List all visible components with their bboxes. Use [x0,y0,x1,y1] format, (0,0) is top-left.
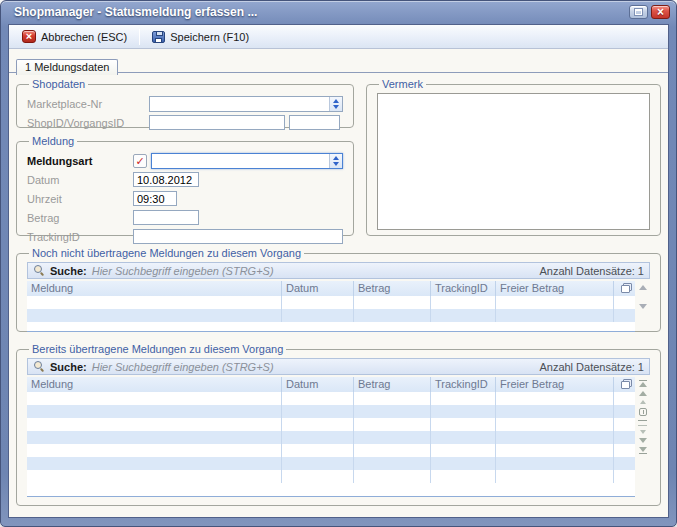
table-row[interactable] [27,444,635,457]
toolbar: × Abbrechen (ESC) Speichern (F10) [9,25,668,49]
grid-empty-area [27,483,635,496]
scroll-down-icon[interactable] [640,430,646,434]
group-meldung-title: Meldung [29,135,77,147]
table-row[interactable] [27,457,635,470]
meldungsdaten-panel: Shopdaten Marketplace-Nr [9,72,668,517]
group-transferred-meldungen: Bereits übertragene Meldungen zu diesem … [16,343,661,506]
close-icon: × [657,6,664,18]
close-button[interactable]: × [651,5,670,19]
marketplace-combobox[interactable] [149,96,343,112]
window: Shopmanager - Statusmeldung erfassen ...… [0,0,677,527]
dialog-body: × Abbrechen (ESC) Speichern (F10) 1 Meld… [8,24,669,518]
table-row[interactable] [27,405,635,418]
group-vermerk-title: Vermerk [379,78,426,90]
table-row[interactable] [27,431,635,444]
titlebar[interactable]: Shopmanager - Statusmeldung erfassen ...… [1,1,676,23]
copy-layout-icon [621,283,632,293]
column-header-betrag[interactable]: Betrag [353,377,430,392]
shopid-label: ShopID/VorgangsID [27,117,149,129]
window-title: Shopmanager - Statusmeldung erfassen ... [14,5,257,19]
pending-search-bar[interactable]: Suche: Hier Suchbegriff eingeben (STRG+S… [27,262,650,279]
transferred-grid: Meldung Datum Betrag TrackingID Freier B… [27,377,635,497]
scroll-pageup-icon[interactable] [639,391,647,396]
shopid-input[interactable] [149,115,285,130]
column-header-freier-betrag[interactable]: Freier Betrag [495,281,613,296]
search-label: Suche: [50,361,87,373]
uhrzeit-label: Uhrzeit [27,193,133,205]
cancel-button-label: Abbrechen (ESC) [41,31,127,43]
pending-grid-header[interactable]: Meldung Datum Betrag TrackingID Freier B… [27,281,635,296]
required-check-icon: ✓ [133,154,147,168]
tab-meldungsdaten[interactable]: 1 Meldungsdaten [16,59,118,75]
table-row[interactable] [27,296,635,309]
column-header-trackingid[interactable]: TrackingID [430,377,495,392]
transferred-search-bar[interactable]: Suche: Hier Suchbegriff eingeben (STRG+S… [27,358,650,375]
group-shopdaten: Shopdaten Marketplace-Nr [16,78,354,128]
search-icon [33,265,44,276]
search-label: Suche: [50,265,87,277]
meldungsart-label: Meldungsart [27,155,133,167]
marketplace-input[interactable] [150,97,329,111]
betrag-label: Betrag [27,212,133,224]
record-count: Anzahl Datensätze: 1 [539,361,644,373]
betrag-input[interactable] [133,210,199,225]
column-chooser-cell[interactable] [613,377,635,392]
record-position-icon [638,420,647,426]
search-icon [33,361,44,372]
toolbar-separator [139,29,140,45]
restore-icon [635,9,642,15]
transferred-grid-navigator [635,377,650,497]
group-meldung: Meldung Meldungsart ✓ [16,135,354,236]
search-placeholder: Hier Suchbegriff eingeben (STRG+S) [92,361,274,373]
scroll-up-icon[interactable] [639,285,647,290]
column-header-meldung[interactable]: Meldung [27,281,281,296]
restore-button[interactable] [629,5,648,19]
group-transferred-title: Bereits übertragene Meldungen zu diesem … [29,343,286,355]
marketplace-dropdown-icon[interactable] [329,97,342,111]
vermerk-textarea[interactable] [377,93,650,230]
tabstrip: 1 Meldungsdaten [9,50,668,72]
table-row[interactable] [27,418,635,431]
scroll-last-icon[interactable] [639,447,647,454]
transferred-grid-header[interactable]: Meldung Datum Betrag TrackingID Freier B… [27,377,635,392]
save-button[interactable]: Speichern (F10) [145,28,256,46]
vorgangsid-input[interactable] [289,115,340,130]
save-icon [152,31,165,43]
cancel-icon: × [22,30,36,43]
tab-content: 1 Meldungsdaten Shopdaten Marketplace-Nr [9,50,668,517]
grid-empty-area [27,322,635,331]
meldungsart-dropdown-icon[interactable] [329,154,342,168]
table-row[interactable] [27,392,635,405]
datum-label: Datum [27,174,133,186]
meldungsart-input[interactable] [152,154,329,168]
scroll-first-icon[interactable] [639,380,647,387]
pending-grid-scrollbar[interactable] [635,281,650,332]
datum-input[interactable] [133,172,199,187]
scroll-thumb-icon[interactable] [639,408,647,416]
scroll-pagedown-icon[interactable] [639,438,647,443]
column-header-betrag[interactable]: Betrag [353,281,430,296]
column-header-meldung[interactable]: Meldung [27,377,281,392]
table-row[interactable] [27,470,635,483]
copy-layout-icon [621,379,632,389]
window-controls: × [629,5,670,19]
group-shopdaten-title: Shopdaten [29,78,88,90]
trackingid-input[interactable] [133,229,343,244]
cancel-button[interactable]: × Abbrechen (ESC) [15,27,134,46]
trackingid-label: TrackingID [27,231,133,243]
column-header-datum[interactable]: Datum [281,377,353,392]
table-row[interactable] [27,309,635,322]
column-header-freier-betrag[interactable]: Freier Betrag [495,377,613,392]
group-pending-meldungen: Noch nicht übertragene Meldungen zu dies… [16,247,661,332]
marketplace-label: Marketplace-Nr [27,98,149,110]
tab-label: 1 Meldungsdaten [25,61,109,73]
uhrzeit-input[interactable] [133,191,177,206]
scroll-up-icon[interactable] [640,400,646,404]
record-count: Anzahl Datensätze: 1 [539,265,644,277]
column-header-trackingid[interactable]: TrackingID [430,281,495,296]
column-header-datum[interactable]: Datum [281,281,353,296]
column-chooser-cell[interactable] [613,281,635,296]
meldungsart-combobox[interactable] [151,153,343,169]
group-vermerk: Vermerk [366,78,661,236]
scroll-down-icon[interactable] [639,304,647,309]
